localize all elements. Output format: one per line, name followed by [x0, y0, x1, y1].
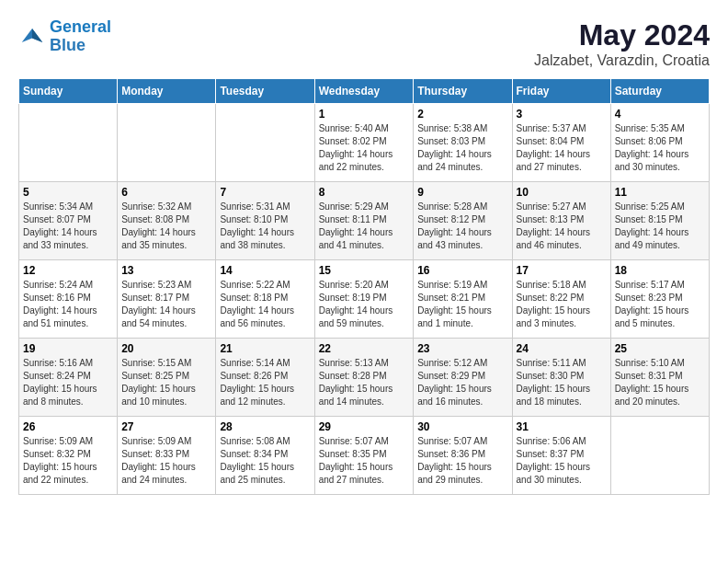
day-number: 24 — [517, 342, 607, 355]
calendar-week-row: 19Sunrise: 5:16 AM Sunset: 8:24 PM Dayli… — [19, 339, 710, 417]
location: Jalzabet, Varazdin, Croatia — [534, 52, 710, 69]
calendar-cell: 31Sunrise: 5:06 AM Sunset: 8:37 PM Dayli… — [512, 417, 610, 495]
calendar-cell: 3Sunrise: 5:37 AM Sunset: 8:04 PM Daylig… — [512, 104, 610, 182]
day-info: Sunrise: 5:10 AM Sunset: 8:31 PM Dayligh… — [615, 357, 705, 408]
calendar-header-saturday: Saturday — [610, 79, 709, 104]
month-title: May 2024 — [534, 18, 710, 52]
day-number: 21 — [220, 342, 310, 355]
day-info: Sunrise: 5:17 AM Sunset: 8:23 PM Dayligh… — [615, 279, 705, 330]
calendar-header-tuesday: Tuesday — [216, 79, 314, 104]
calendar-cell: 27Sunrise: 5:09 AM Sunset: 8:33 PM Dayli… — [118, 417, 216, 495]
day-number: 19 — [23, 342, 113, 355]
calendar-cell: 12Sunrise: 5:24 AM Sunset: 8:16 PM Dayli… — [19, 260, 118, 339]
day-number: 8 — [319, 186, 410, 199]
calendar-cell: 20Sunrise: 5:15 AM Sunset: 8:25 PM Dayli… — [118, 339, 216, 417]
calendar-cell — [19, 104, 118, 182]
calendar-cell: 17Sunrise: 5:18 AM Sunset: 8:22 PM Dayli… — [512, 260, 610, 339]
day-number: 18 — [615, 264, 705, 277]
day-info: Sunrise: 5:27 AM Sunset: 8:13 PM Dayligh… — [517, 201, 607, 252]
calendar-cell: 5Sunrise: 5:34 AM Sunset: 8:07 PM Daylig… — [19, 182, 118, 260]
day-number: 1 — [319, 108, 410, 121]
calendar-cell: 25Sunrise: 5:10 AM Sunset: 8:31 PM Dayli… — [610, 339, 709, 417]
calendar-cell: 29Sunrise: 5:07 AM Sunset: 8:35 PM Dayli… — [314, 417, 414, 495]
calendar-cell — [610, 417, 709, 495]
calendar-week-row: 5Sunrise: 5:34 AM Sunset: 8:07 PM Daylig… — [19, 182, 710, 260]
day-info: Sunrise: 5:15 AM Sunset: 8:25 PM Dayligh… — [121, 357, 211, 408]
day-number: 3 — [517, 108, 607, 121]
day-number: 5 — [23, 186, 113, 199]
day-info: Sunrise: 5:40 AM Sunset: 8:02 PM Dayligh… — [319, 122, 410, 174]
day-info: Sunrise: 5:20 AM Sunset: 8:19 PM Dayligh… — [319, 279, 410, 330]
calendar-header-friday: Friday — [512, 79, 610, 104]
page-header: General Blue May 2024 Jalzabet, Varazdin… — [18, 18, 710, 69]
day-info: Sunrise: 5:37 AM Sunset: 8:04 PM Dayligh… — [517, 122, 607, 174]
calendar-cell: 14Sunrise: 5:22 AM Sunset: 8:18 PM Dayli… — [216, 260, 314, 339]
day-info: Sunrise: 5:14 AM Sunset: 8:26 PM Dayligh… — [220, 357, 310, 408]
calendar-cell: 10Sunrise: 5:27 AM Sunset: 8:13 PM Dayli… — [512, 182, 610, 260]
logo-icon — [18, 23, 46, 51]
day-info: Sunrise: 5:09 AM Sunset: 8:32 PM Dayligh… — [23, 435, 113, 487]
day-number: 2 — [417, 108, 507, 121]
day-number: 29 — [319, 420, 410, 433]
calendar-cell — [118, 104, 216, 182]
day-info: Sunrise: 5:18 AM Sunset: 8:22 PM Dayligh… — [517, 279, 607, 330]
calendar-header-wednesday: Wednesday — [314, 79, 414, 104]
calendar-cell: 9Sunrise: 5:28 AM Sunset: 8:12 PM Daylig… — [414, 182, 512, 260]
day-number: 27 — [121, 420, 211, 433]
calendar-header-monday: Monday — [118, 79, 216, 104]
calendar-table: SundayMondayTuesdayWednesdayThursdayFrid… — [18, 78, 710, 495]
day-info: Sunrise: 5:34 AM Sunset: 8:07 PM Dayligh… — [23, 201, 113, 252]
day-info: Sunrise: 5:24 AM Sunset: 8:16 PM Dayligh… — [23, 279, 113, 330]
calendar-cell: 13Sunrise: 5:23 AM Sunset: 8:17 PM Dayli… — [118, 260, 216, 339]
day-info: Sunrise: 5:07 AM Sunset: 8:35 PM Dayligh… — [319, 435, 410, 487]
calendar-header-row: SundayMondayTuesdayWednesdayThursdayFrid… — [19, 79, 710, 104]
day-number: 20 — [121, 342, 211, 355]
day-number: 10 — [517, 186, 607, 199]
day-number: 25 — [615, 342, 705, 355]
day-number: 13 — [121, 264, 211, 277]
calendar-week-row: 12Sunrise: 5:24 AM Sunset: 8:16 PM Dayli… — [19, 260, 710, 339]
day-info: Sunrise: 5:29 AM Sunset: 8:11 PM Dayligh… — [319, 201, 410, 252]
day-info: Sunrise: 5:31 AM Sunset: 8:10 PM Dayligh… — [220, 201, 310, 252]
day-number: 11 — [615, 186, 705, 199]
day-number: 22 — [319, 342, 410, 355]
calendar-cell: 15Sunrise: 5:20 AM Sunset: 8:19 PM Dayli… — [314, 260, 414, 339]
day-number: 23 — [417, 342, 507, 355]
calendar-cell: 4Sunrise: 5:35 AM Sunset: 8:06 PM Daylig… — [610, 104, 709, 182]
calendar-cell: 22Sunrise: 5:13 AM Sunset: 8:28 PM Dayli… — [314, 339, 414, 417]
day-number: 30 — [417, 420, 507, 433]
day-info: Sunrise: 5:06 AM Sunset: 8:37 PM Dayligh… — [517, 435, 607, 487]
day-number: 6 — [121, 186, 211, 199]
day-number: 12 — [23, 264, 113, 277]
title-block: May 2024 Jalzabet, Varazdin, Croatia — [534, 18, 710, 69]
calendar-cell — [216, 104, 314, 182]
calendar-cell: 7Sunrise: 5:31 AM Sunset: 8:10 PM Daylig… — [216, 182, 314, 260]
calendar-cell: 21Sunrise: 5:14 AM Sunset: 8:26 PM Dayli… — [216, 339, 314, 417]
logo-line2: Blue — [50, 36, 85, 54]
day-number: 7 — [220, 186, 310, 199]
logo-line1: General — [50, 17, 111, 36]
day-info: Sunrise: 5:22 AM Sunset: 8:18 PM Dayligh… — [220, 279, 310, 330]
calendar-cell: 16Sunrise: 5:19 AM Sunset: 8:21 PM Dayli… — [414, 260, 512, 339]
logo-text: General Blue — [50, 18, 111, 55]
day-number: 26 — [23, 420, 113, 433]
day-info: Sunrise: 5:32 AM Sunset: 8:08 PM Dayligh… — [121, 201, 211, 252]
day-number: 16 — [417, 264, 507, 277]
day-info: Sunrise: 5:25 AM Sunset: 8:15 PM Dayligh… — [615, 201, 705, 252]
day-info: Sunrise: 5:09 AM Sunset: 8:33 PM Dayligh… — [121, 435, 211, 487]
calendar-cell: 19Sunrise: 5:16 AM Sunset: 8:24 PM Dayli… — [19, 339, 118, 417]
calendar-header-sunday: Sunday — [19, 79, 118, 104]
calendar-cell: 8Sunrise: 5:29 AM Sunset: 8:11 PM Daylig… — [314, 182, 414, 260]
day-info: Sunrise: 5:38 AM Sunset: 8:03 PM Dayligh… — [417, 122, 507, 174]
logo: General Blue — [18, 18, 111, 55]
day-info: Sunrise: 5:23 AM Sunset: 8:17 PM Dayligh… — [121, 279, 211, 330]
day-number: 17 — [517, 264, 607, 277]
day-number: 31 — [517, 420, 607, 433]
calendar-cell: 2Sunrise: 5:38 AM Sunset: 8:03 PM Daylig… — [414, 104, 512, 182]
day-info: Sunrise: 5:11 AM Sunset: 8:30 PM Dayligh… — [517, 357, 607, 408]
day-number: 9 — [417, 186, 507, 199]
day-number: 14 — [220, 264, 310, 277]
day-info: Sunrise: 5:08 AM Sunset: 8:34 PM Dayligh… — [220, 435, 310, 487]
calendar-cell: 30Sunrise: 5:07 AM Sunset: 8:36 PM Dayli… — [414, 417, 512, 495]
day-number: 15 — [319, 264, 410, 277]
